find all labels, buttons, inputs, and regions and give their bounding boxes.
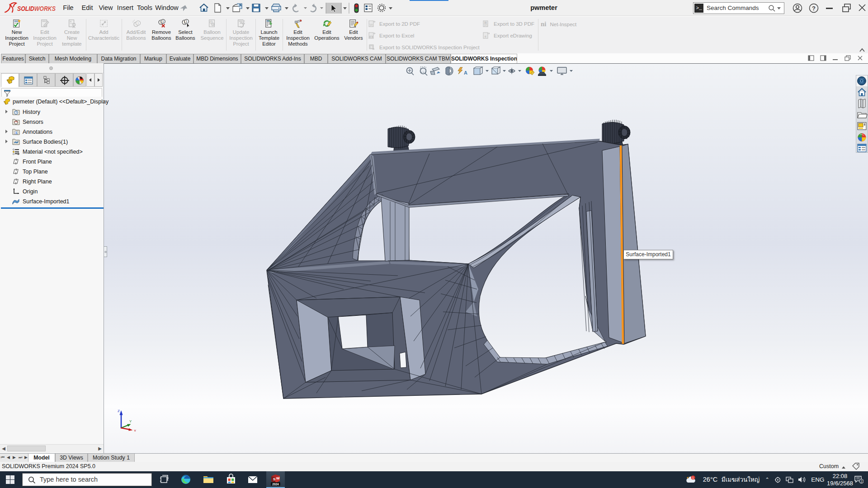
svg-text:2024: 2024	[272, 483, 279, 486]
svg-text:X: X	[134, 429, 137, 432]
svg-text:2: 2	[860, 479, 862, 483]
svg-text:3D: 3D	[484, 22, 487, 24]
svg-text:?: ?	[812, 5, 816, 12]
svg-text:PDF: PDF	[369, 24, 373, 27]
svg-text:W: W	[276, 476, 280, 480]
svg-text:SOLIDWORKS: SOLIDWORKS	[17, 5, 56, 12]
svg-text:1: 1	[186, 20, 188, 23]
svg-text:Z: Z	[118, 409, 120, 413]
svg-text:S: S	[370, 46, 372, 48]
svg-text:1: 1	[137, 22, 139, 25]
svg-text:e: e	[485, 35, 486, 38]
svg-text:Y: Y	[129, 419, 132, 423]
svg-text:23: 23	[212, 23, 214, 26]
svg-text:S: S	[273, 477, 276, 481]
svg-text:1: 1	[692, 476, 694, 479]
svg-text:PDF: PDF	[484, 24, 488, 27]
svg-text:1: 1	[162, 20, 164, 23]
svg-text:A: A	[464, 70, 467, 75]
svg-text:A: A	[15, 131, 18, 135]
